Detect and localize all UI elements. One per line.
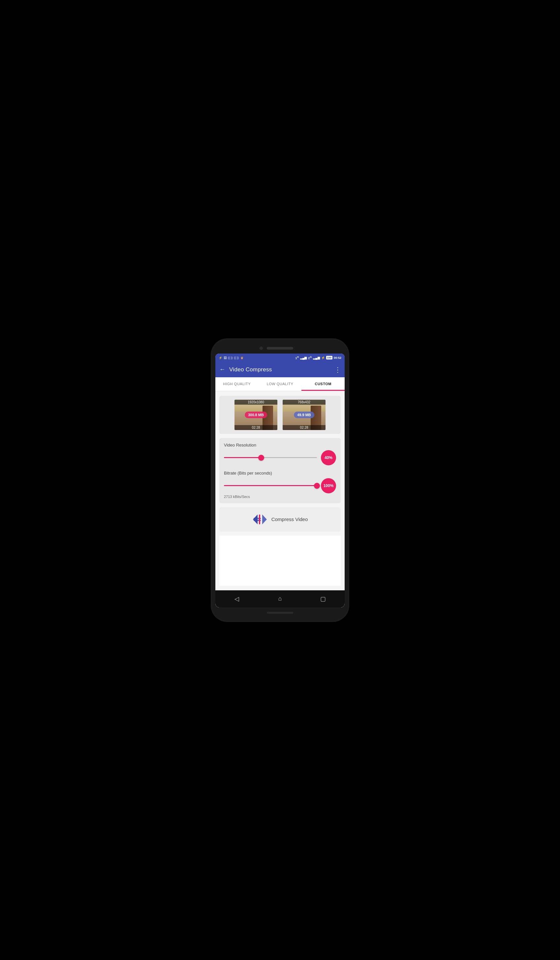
bitrate-track: [224, 485, 317, 486]
phone-bottom: [215, 610, 345, 616]
bitrate-thumb[interactable]: [314, 483, 320, 489]
svg-rect-4: [259, 514, 260, 524]
status-info-right: 1H ▂▄▆ 2G ▂▄▆ ⚡ 100 00:52: [296, 355, 341, 360]
nav-recent-button[interactable]: ▢: [317, 593, 330, 605]
original-video-thumb: 1920x1080 300.8 MB 02:28: [235, 400, 277, 430]
bitrate-track-container[interactable]: [224, 482, 317, 489]
bitrate-badge: 100%: [321, 478, 336, 493]
battery-level: 100: [326, 356, 333, 360]
network-h: 1H: [296, 355, 299, 360]
svg-marker-2: [262, 514, 267, 524]
resolution-slider-section: Video Resolution 40%: [224, 443, 336, 465]
svg-marker-3: [253, 514, 258, 524]
compressed-resolution-label: 768x432: [283, 400, 325, 405]
original-resolution-label: 1920x1080: [235, 400, 277, 405]
app-bar: ← Video Compress ⋮: [215, 362, 345, 377]
original-size-badge: 300.8 MB: [245, 411, 267, 418]
compress-video-button[interactable]: Compress Video: [219, 507, 341, 531]
resolution-fill: [224, 457, 261, 458]
status-bar: ⚡ 🖼 ((·)) ((·)) 🦉 1H ▂▄▆ 2G ▂▄▆ ⚡ 100 00…: [215, 354, 345, 362]
bitrate-slider-label: Bitrate (Bits per seconds): [224, 470, 272, 475]
usb-icon: ⚡: [219, 356, 222, 360]
speaker: [267, 347, 293, 350]
bitrate-slider-row: 100%: [224, 478, 336, 493]
original-duration-label: 02:28: [235, 425, 277, 430]
phone-top: [215, 344, 345, 352]
time-display: 00:52: [334, 356, 341, 360]
signal2-icon: ((·)): [234, 356, 239, 360]
resolution-slider-label: Video Resolution: [224, 443, 256, 448]
compressed-duration-label: 02:28: [283, 425, 325, 430]
compress-video-icon: [252, 512, 267, 527]
signal1-icon: ((·)): [228, 356, 233, 360]
resolution-track-container[interactable]: [224, 454, 317, 461]
tab-bar: HIGH QUALITY LOW QUALITY CUSTOM: [215, 377, 345, 391]
camera: [259, 347, 263, 350]
bitrate-fill: [224, 485, 317, 486]
tab-low-quality[interactable]: LOW QUALITY: [259, 377, 302, 391]
image-icon: 🖼: [224, 356, 227, 360]
video-preview-card: 1920x1080 300.8 MB 02:28: [219, 396, 341, 434]
content-area: 1920x1080 300.8 MB 02:28: [215, 391, 345, 590]
app-title: Video Compress: [229, 366, 330, 373]
more-menu-button[interactable]: ⋮: [334, 366, 341, 374]
phone-device: ⚡ 🖼 ((·)) ((·)) 🦉 1H ▂▄▆ 2G ▂▄▆ ⚡ 100 00…: [211, 338, 349, 622]
nav-back-button[interactable]: ◁: [230, 593, 243, 605]
bottom-speaker: [267, 612, 293, 614]
compressed-video-thumb: 768x432 49.9 MB 02:28: [283, 400, 325, 430]
phone-screen: ⚡ 🖼 ((·)) ((·)) 🦉 1H ▂▄▆ 2G ▂▄▆ ⚡ 100 00…: [215, 354, 345, 608]
nav-home-button[interactable]: ⌂: [274, 593, 286, 605]
bitrate-slider-header: Bitrate (Bits per seconds): [224, 470, 336, 475]
resolution-badge: 40%: [321, 450, 336, 465]
sliders-card: Video Resolution 40%: [219, 438, 341, 503]
bitrate-slider-section: Bitrate (Bits per seconds) 100%: [224, 470, 336, 499]
resolution-thumb[interactable]: [258, 455, 264, 461]
bitrate-value: 100%: [323, 483, 334, 488]
tab-high-quality[interactable]: HIGH QUALITY: [215, 377, 259, 391]
compressed-video-container: 768x432 49.9 MB 02:28: [283, 400, 325, 430]
resolution-slider-header: Video Resolution: [224, 443, 336, 448]
signal-bars2: ▂▄▆: [313, 356, 320, 360]
resolution-slider-row: 40%: [224, 450, 336, 465]
back-button[interactable]: ←: [219, 366, 225, 373]
tab-custom[interactable]: CUSTOM: [301, 377, 345, 391]
original-video-container: 1920x1080 300.8 MB 02:28: [235, 400, 277, 430]
bitrate-subtext: 2713 kBits/Secs: [224, 495, 336, 499]
compressed-size-badge: 49.9 MB: [294, 411, 314, 418]
resolution-track: [224, 457, 317, 458]
signal-bars1: ▂▄▆: [300, 356, 307, 360]
compress-button-label: Compress Video: [271, 517, 308, 522]
lightning-icon: ⚡: [321, 356, 325, 360]
resolution-value: 40%: [325, 456, 333, 460]
owl-icon: 🦉: [240, 356, 244, 360]
status-icons-left: ⚡ 🖼 ((·)) ((·)) 🦉: [219, 356, 244, 360]
network-2g: 2G: [308, 355, 312, 360]
video-previews-row: 1920x1080 300.8 MB 02:28: [223, 400, 337, 430]
content-spacer: [219, 536, 341, 586]
bottom-nav: ◁ ⌂ ▢: [215, 590, 345, 608]
